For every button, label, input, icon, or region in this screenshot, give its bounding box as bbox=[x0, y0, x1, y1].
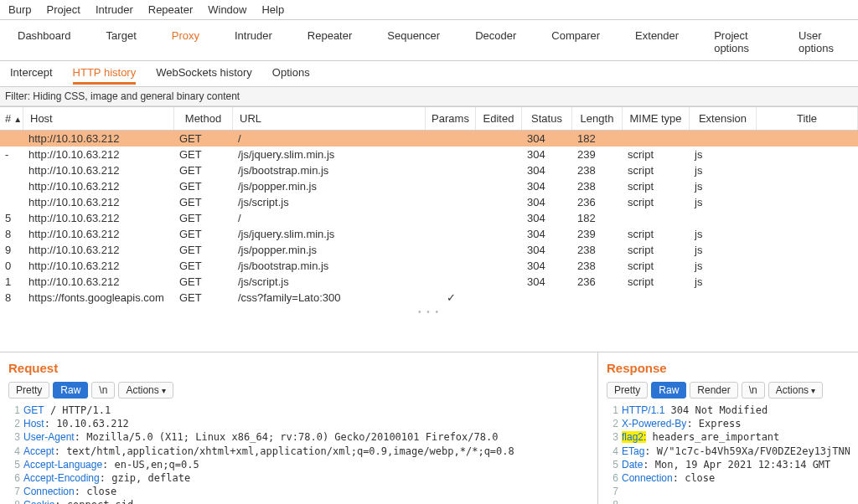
menu-project[interactable]: Project bbox=[46, 3, 80, 16]
response-title: Response bbox=[607, 361, 850, 375]
table-row[interactable]: 5http://10.10.63.212GET/304182 bbox=[0, 210, 858, 226]
table-row[interactable]: 1http://10.10.63.212GET/js/script.js3042… bbox=[0, 274, 858, 290]
main-tabs: DashboardTargetProxyIntruderRepeaterSequ… bbox=[0, 20, 858, 61]
tab-project-options[interactable]: Project options bbox=[696, 23, 781, 60]
raw-button[interactable]: Raw bbox=[651, 382, 686, 399]
proxy-tabs: InterceptHTTP historyWebSockets historyO… bbox=[0, 61, 858, 87]
request-body[interactable]: 1GET / HTTP/1.1 2Host: 10.10.63.212 3Use… bbox=[8, 404, 589, 504]
col-title[interactable]: Title bbox=[757, 107, 858, 130]
table-row[interactable]: 8http://10.10.63.212GET/js/jquery.slim.m… bbox=[0, 226, 858, 242]
request-title: Request bbox=[8, 361, 589, 375]
pretty-button[interactable]: Pretty bbox=[607, 382, 648, 399]
tab-repeater[interactable]: Repeater bbox=[290, 23, 370, 60]
tab-target[interactable]: Target bbox=[89, 23, 154, 60]
actions-button[interactable]: Actions bbox=[118, 382, 173, 399]
tab-intruder[interactable]: Intruder bbox=[217, 23, 290, 60]
tab-sequencer[interactable]: Sequencer bbox=[370, 23, 457, 60]
subtab-websockets-history[interactable]: WebSockets history bbox=[156, 66, 252, 85]
request-buttons: Pretty Raw \n Actions bbox=[8, 382, 589, 399]
subtab-intercept[interactable]: Intercept bbox=[10, 66, 53, 85]
menu-help[interactable]: Help bbox=[261, 3, 284, 16]
render-button[interactable]: Render bbox=[690, 382, 737, 399]
table-row[interactable]: 8https://fonts.googleapis.comGET/css?fam… bbox=[0, 290, 858, 306]
col-edited[interactable]: Edited bbox=[476, 107, 522, 130]
table-row[interactable]: 9http://10.10.63.212GET/js/popper.min.js… bbox=[0, 242, 858, 258]
filter-bar[interactable]: Filter: Hiding CSS, image and general bi… bbox=[0, 87, 858, 106]
response-panel: Response Pretty Raw Render \n Actions 1H… bbox=[598, 352, 858, 504]
menu-repeater[interactable]: Repeater bbox=[148, 3, 193, 16]
tab-dashboard[interactable]: Dashboard bbox=[0, 23, 89, 60]
menu-burp[interactable]: Burp bbox=[8, 3, 31, 16]
menu-intruder[interactable]: Intruder bbox=[96, 3, 133, 16]
col-params[interactable]: Params bbox=[426, 107, 476, 130]
tab-decoder[interactable]: Decoder bbox=[457, 23, 534, 60]
actions-button[interactable]: Actions bbox=[768, 382, 823, 399]
tab-extender[interactable]: Extender bbox=[618, 23, 696, 60]
subtab-options[interactable]: Options bbox=[272, 66, 310, 85]
tab-user-options[interactable]: User options bbox=[781, 23, 858, 60]
tab-comparer[interactable]: Comparer bbox=[534, 23, 618, 60]
menubar: BurpProjectIntruderRepeaterWindowHelp bbox=[0, 0, 858, 20]
col-method[interactable]: Method bbox=[174, 107, 233, 130]
request-panel: Request Pretty Raw \n Actions 1GET / HTT… bbox=[0, 352, 598, 504]
subtab-http-history[interactable]: HTTP history bbox=[73, 66, 137, 85]
table-row[interactable]: http://10.10.63.212GET/304182 bbox=[0, 131, 858, 147]
col-length[interactable]: Length bbox=[572, 107, 623, 130]
table-row[interactable]: 0http://10.10.63.212GET/js/bootstrap.min… bbox=[0, 258, 858, 274]
pretty-button[interactable]: Pretty bbox=[8, 382, 49, 399]
history-table-header: #▲HostMethodURLParamsEditedStatusLengthM… bbox=[0, 106, 858, 131]
response-buttons: Pretty Raw Render \n Actions bbox=[607, 382, 850, 399]
newline-button[interactable]: \n bbox=[742, 382, 765, 399]
tab-proxy[interactable]: Proxy bbox=[154, 23, 217, 60]
split-handle[interactable]: • • • bbox=[0, 306, 858, 318]
col-url[interactable]: URL bbox=[233, 107, 426, 130]
raw-button[interactable]: Raw bbox=[53, 382, 88, 399]
menu-window[interactable]: Window bbox=[208, 3, 246, 16]
col-host[interactable]: Host bbox=[23, 107, 174, 130]
newline-button[interactable]: \n bbox=[91, 382, 115, 399]
history-table-body: http://10.10.63.212GET/304182-http://10.… bbox=[0, 131, 858, 306]
table-row[interactable]: http://10.10.63.212GET/js/popper.min.js3… bbox=[0, 178, 858, 194]
response-body[interactable]: 1HTTP/1.1 304 Not Modified 2X-Powered-By… bbox=[607, 404, 850, 504]
col-mime-type[interactable]: MIME type bbox=[623, 107, 690, 130]
col-#[interactable]: #▲ bbox=[0, 107, 23, 130]
col-status[interactable]: Status bbox=[522, 107, 572, 130]
table-row[interactable]: http://10.10.63.212GET/js/script.js30423… bbox=[0, 194, 858, 210]
table-row[interactable]: http://10.10.63.212GET/js/bootstrap.min.… bbox=[0, 162, 858, 178]
table-row[interactable]: -http://10.10.63.212GET/js/jquery.slim.m… bbox=[0, 147, 858, 162]
col-extension[interactable]: Extension bbox=[690, 107, 757, 130]
